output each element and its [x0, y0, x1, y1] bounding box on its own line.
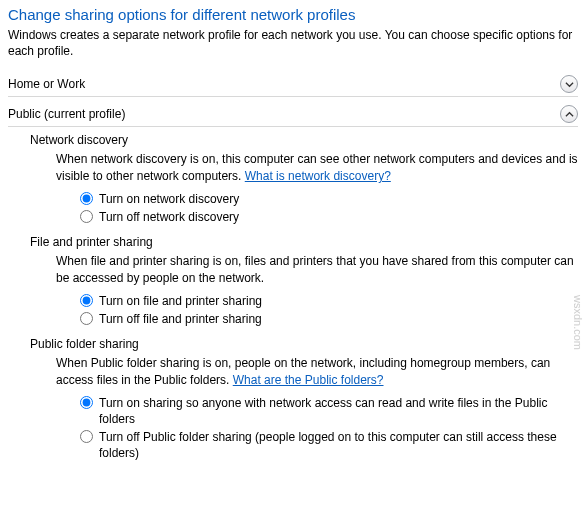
radio-nd-off-label: Turn off network discovery: [99, 209, 239, 225]
radio-nd-off[interactable]: Turn off network discovery: [80, 209, 578, 225]
radio-fp-off[interactable]: Turn off file and printer sharing: [80, 311, 578, 327]
heading-public-folder: Public folder sharing: [30, 337, 578, 351]
radio-nd-on-label: Turn on network discovery: [99, 191, 239, 207]
section-public-label: Public (current profile): [8, 107, 125, 121]
page-subtitle: Windows creates a separate network profi…: [8, 27, 578, 59]
radio-pf-on-label: Turn on sharing so anyone with network a…: [99, 395, 578, 427]
heading-file-printer: File and printer sharing: [30, 235, 578, 249]
radio-nd-off-input[interactable]: [80, 210, 93, 223]
radio-nd-on[interactable]: Turn on network discovery: [80, 191, 578, 207]
radio-group-public-folder: Turn on sharing so anyone with network a…: [80, 395, 578, 462]
radio-pf-off[interactable]: Turn off Public folder sharing (people l…: [80, 429, 578, 461]
link-what-are-public-folders[interactable]: What are the Public folders?: [233, 373, 384, 387]
radio-pf-on[interactable]: Turn on sharing so anyone with network a…: [80, 395, 578, 427]
radio-group-network-discovery: Turn on network discovery Turn off netwo…: [80, 191, 578, 225]
radio-nd-on-input[interactable]: [80, 192, 93, 205]
radio-pf-off-label: Turn off Public folder sharing (people l…: [99, 429, 578, 461]
heading-network-discovery: Network discovery: [30, 133, 578, 147]
chevron-up-icon[interactable]: [560, 105, 578, 123]
radio-fp-off-input[interactable]: [80, 312, 93, 325]
desc-network-discovery: When network discovery is on, this compu…: [56, 151, 578, 185]
radio-pf-on-input[interactable]: [80, 396, 93, 409]
section-home-label: Home or Work: [8, 77, 85, 91]
section-home-or-work[interactable]: Home or Work: [8, 73, 578, 97]
radio-fp-on-input[interactable]: [80, 294, 93, 307]
desc-public-folder: When Public folder sharing is on, people…: [56, 355, 578, 389]
desc-file-printer: When file and printer sharing is on, fil…: [56, 253, 578, 287]
link-what-is-network-discovery[interactable]: What is network discovery?: [245, 169, 391, 183]
section-public[interactable]: Public (current profile): [8, 103, 578, 127]
radio-fp-on-label: Turn on file and printer sharing: [99, 293, 262, 309]
watermark: wsxdn.com: [572, 295, 584, 350]
radio-fp-on[interactable]: Turn on file and printer sharing: [80, 293, 578, 309]
page-title: Change sharing options for different net…: [8, 6, 578, 23]
radio-fp-off-label: Turn off file and printer sharing: [99, 311, 262, 327]
chevron-down-icon[interactable]: [560, 75, 578, 93]
radio-group-file-printer: Turn on file and printer sharing Turn of…: [80, 293, 578, 327]
radio-pf-off-input[interactable]: [80, 430, 93, 443]
